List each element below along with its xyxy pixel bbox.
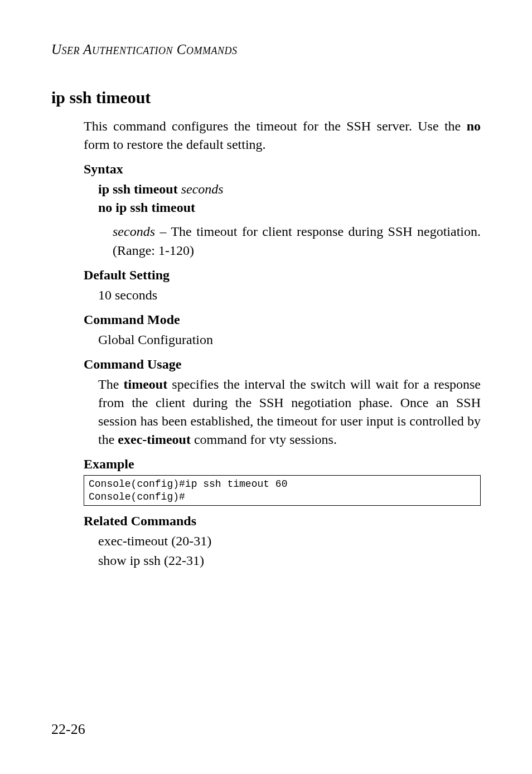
related-heading: Related Commands [84,514,481,529]
syntax-lines: ip ssh timeout seconds no ip ssh timeout [84,180,481,217]
usage-post: command for vty sessions. [191,432,337,447]
syntax-line2-bold: no ip ssh timeout [98,200,195,215]
default-value: 10 seconds [84,286,481,304]
related-line2: show ip ssh (22-31) [84,552,481,570]
usage-bold1: timeout [124,377,168,391]
syntax-line1-bold: ip ssh timeout [98,182,181,196]
syntax-line1-italic: seconds [181,182,224,196]
page-number: 22-26 [51,721,85,738]
usage-heading: Command Usage [84,357,481,372]
page-container: User Authentication Commands ip ssh time… [0,0,532,774]
intro-post: form to restore the default setting. [84,137,266,152]
intro-bold: no [467,119,481,133]
example-code: Console(config)#ip ssh timeout 60 Consol… [84,475,481,506]
syntax-param-italic: seconds [113,224,155,239]
usage-bold2: exec-timeout [118,432,191,447]
mode-value: Global Configuration [84,331,481,349]
related-line1: exec-timeout (20-31) [84,532,481,550]
example-heading: Example [84,457,481,472]
usage-paragraph: The timeout specifies the interval the s… [84,375,481,449]
usage-pre: The [98,377,124,391]
intro-pre: This command configures the timeout for … [84,119,467,133]
intro-paragraph: This command configures the timeout for … [84,117,481,154]
body-block: This command configures the timeout for … [51,117,481,570]
syntax-param: seconds – The timeout for client respons… [84,222,481,259]
command-title: ip ssh timeout [51,88,481,107]
syntax-param-rest: – The timeout for client response during… [113,224,481,257]
running-header: User Authentication Commands [51,42,481,57]
mode-heading: Command Mode [84,312,481,327]
syntax-heading: Syntax [84,162,481,177]
default-heading: Default Setting [84,268,481,283]
